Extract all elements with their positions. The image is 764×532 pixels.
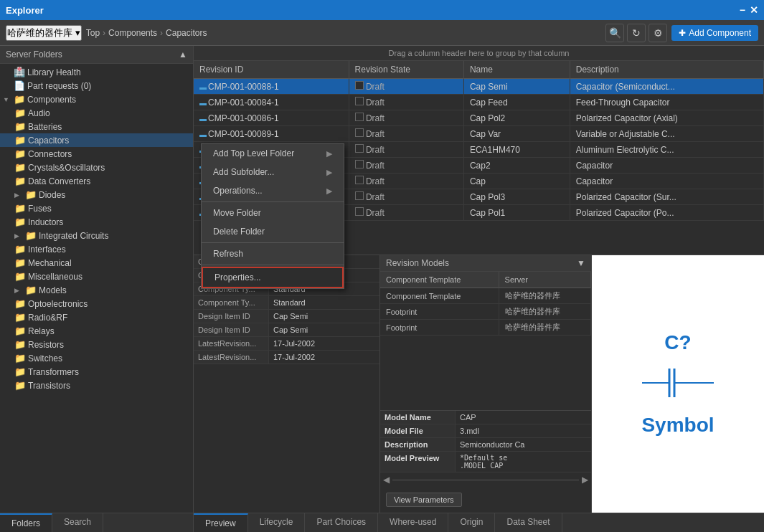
- tree-item-optoelectronics[interactable]: 📁 Optoelectronics: [0, 297, 193, 310]
- props-row: LatestRevision... 17-Jul-2002: [194, 337, 379, 351]
- context-add-top-folder[interactable]: Add Top Level Folder ▶: [202, 144, 344, 163]
- cell-revision-id: ▬CMP-001-00088-1: [194, 79, 349, 95]
- menu-divider-3: [202, 265, 344, 265]
- models-label: Models: [39, 285, 67, 295]
- model-table[interactable]: Component Template Server Component Temp…: [380, 272, 591, 410]
- tree-item-interfaces[interactable]: 📁 Interfaces: [0, 242, 193, 256]
- tree-item-inductors[interactable]: 📁 Inductors: [0, 215, 193, 229]
- model-preview-value: *Default se.MODEL CAP: [456, 452, 591, 472]
- tree-item-library-health[interactable]: 🏥 Library Health: [0, 65, 193, 79]
- tree-item-miscellaneous[interactable]: 📁 Miscellaneous: [0, 270, 193, 283]
- plus-icon: ✚: [679, 28, 686, 38]
- table-row[interactable]: ▬CMP-001-00086-1 Draft Cap Pol2 Polarize…: [194, 110, 764, 126]
- tab-folders[interactable]: Folders: [0, 513, 52, 532]
- prop-value: Standard: [269, 296, 379, 309]
- capacitors-icon: 📁: [14, 135, 26, 146]
- tree-item-fuses[interactable]: 📁 Fuses: [0, 201, 193, 215]
- breadcrumb-capacitors[interactable]: Capacitors: [166, 28, 207, 38]
- tree-item-transistors[interactable]: 📁 Transistors: [0, 379, 193, 392]
- close-btn[interactable]: ✕: [750, 4, 758, 16]
- context-properties[interactable]: Properties...: [202, 267, 344, 288]
- settings-icon-btn[interactable]: ⚙: [649, 24, 667, 42]
- tree-item-data-converters[interactable]: 📁 Data Converters: [0, 174, 193, 188]
- model-col-server[interactable]: Server: [499, 272, 590, 288]
- table-row[interactable]: Component Template 哈萨维的器件库: [380, 288, 591, 304]
- tree-item-audio[interactable]: 📁 Audio: [0, 106, 193, 120]
- tab-where-used[interactable]: Where-used: [378, 513, 448, 532]
- tree-item-mechanical[interactable]: 📁 Mechanical: [0, 256, 193, 270]
- model-panel: Revision Models ▼ Component Template Ser…: [380, 255, 592, 513]
- add-subfolder-label: Add Subfolder...: [213, 167, 274, 177]
- tab-part-choices[interactable]: Part Choices: [305, 513, 378, 532]
- tab-preview[interactable]: Preview: [194, 513, 248, 532]
- cell-revision-state: Draft: [349, 142, 463, 158]
- context-move-folder[interactable]: Move Folder: [202, 204, 344, 222]
- cell-desc: Feed-Through Capacitor: [570, 95, 763, 110]
- chevron-down-icon: ▾: [75, 27, 80, 38]
- col-revision-state[interactable]: Revision State: [349, 61, 463, 79]
- breadcrumb-components[interactable]: Components: [108, 28, 157, 38]
- tree-item-relays[interactable]: 📁 Relays: [0, 324, 193, 338]
- tree-item-components[interactable]: ▼ 📁 Components: [0, 92, 193, 106]
- app-title: Explorer: [6, 5, 44, 16]
- table-row[interactable]: ▬CMP-001-00089-1 Draft Cap Var Variable …: [194, 126, 764, 142]
- refresh-icon-btn[interactable]: ↻: [627, 24, 646, 42]
- transformers-label: Transformers: [28, 367, 79, 377]
- table-row[interactable]: ▬CMP-001-00088-1 Draft Cap Semi Capacito…: [194, 79, 764, 95]
- context-operations[interactable]: Operations... ▶: [202, 181, 344, 200]
- tree-area[interactable]: 🏥 Library Health 📄 Part requests (0) ▼ 📁…: [0, 64, 193, 513]
- context-add-subfolder[interactable]: Add Subfolder... ▶: [202, 163, 344, 181]
- left-arrow-icon[interactable]: ◀: [383, 475, 390, 485]
- tree-item-part-requests[interactable]: 📄 Part requests (0): [0, 79, 193, 92]
- model-header: Revision Models ▼: [380, 255, 591, 272]
- table-row[interactable]: Footprint 哈萨维的器件库: [380, 304, 591, 320]
- submenu-arrow-icon: ▶: [326, 149, 332, 158]
- tree-item-diodes[interactable]: ▶ 📁 Diodes: [0, 188, 193, 201]
- col-revision-id[interactable]: Revision ID: [194, 61, 349, 79]
- model-file-value: 3.mdl: [456, 424, 591, 437]
- tree-item-batteries[interactable]: 📁 Batteries: [0, 120, 193, 133]
- tree-item-transformers[interactable]: 📁 Transformers: [0, 365, 193, 379]
- breadcrumb-top[interactable]: Top: [86, 28, 100, 38]
- add-top-folder-label: Add Top Level Folder: [213, 148, 294, 158]
- tree-item-models[interactable]: ▶ 📁 Models: [0, 283, 193, 297]
- collapse-icon[interactable]: ▲: [179, 49, 187, 60]
- resistors-label: Resistors: [28, 340, 64, 350]
- sep2: ›: [160, 28, 163, 38]
- interfaces-label: Interfaces: [28, 244, 66, 255]
- tab-origin[interactable]: Origin: [448, 513, 495, 532]
- context-refresh[interactable]: Refresh: [202, 244, 344, 263]
- tree-item-connectors[interactable]: 📁 Connectors: [0, 147, 193, 161]
- tree-item-capacitors[interactable]: 📁 Capacitors: [0, 133, 193, 147]
- tab-data-sheet[interactable]: Data Sheet: [495, 513, 562, 532]
- tab-search[interactable]: Search: [52, 513, 103, 532]
- tree-item-switches[interactable]: 📁 Switches: [0, 351, 193, 365]
- components-icon: 📁: [14, 94, 25, 105]
- batteries-icon: 📁: [14, 121, 26, 132]
- tree-item-radiorf[interactable]: 📁 Radio&RF: [0, 310, 193, 324]
- col-name[interactable]: Name: [463, 61, 570, 79]
- scrollbar-track[interactable]: [392, 480, 579, 480]
- library-health-label: Library Health: [27, 67, 81, 77]
- table-row[interactable]: ▬CMP-001-00084-1 Draft Cap Feed Feed-Thr…: [194, 95, 764, 110]
- tree-item-crystals[interactable]: 📁 Crystals&Oscillators: [0, 161, 193, 174]
- prop-label: LatestRevision...: [194, 351, 269, 364]
- right-arrow-icon[interactable]: ▶: [582, 475, 588, 485]
- misc-label: Miscellaneous: [28, 272, 82, 282]
- model-col-type[interactable]: Component Template: [380, 272, 499, 288]
- library-dropdown-btn[interactable]: 哈萨维的器件库 ▾: [6, 25, 82, 41]
- tab-lifecycle[interactable]: Lifecycle: [248, 513, 306, 532]
- minimize-btn[interactable]: −: [740, 4, 745, 16]
- context-delete-folder[interactable]: Delete Folder: [202, 222, 344, 241]
- tree-item-integrated-circuits[interactable]: ▶ 📁 Integrated Circuits: [0, 229, 193, 242]
- add-component-button[interactable]: ✚ Add Component: [671, 25, 758, 41]
- view-parameters-button[interactable]: View Parameters: [386, 493, 462, 507]
- cell-desc: Polarized Capacitor (Po...: [570, 205, 763, 221]
- cell-name: Cap Pol2: [463, 110, 570, 126]
- prop-value: 17-Jul-2002: [269, 351, 379, 364]
- col-description[interactable]: Description: [570, 61, 763, 79]
- tree-item-resistors[interactable]: 📁 Resistors: [0, 338, 193, 351]
- cell-revision-state: Draft: [349, 205, 463, 221]
- search-icon-btn[interactable]: 🔍: [605, 24, 624, 42]
- table-row[interactable]: Footprint 哈萨维的器件库: [380, 320, 591, 336]
